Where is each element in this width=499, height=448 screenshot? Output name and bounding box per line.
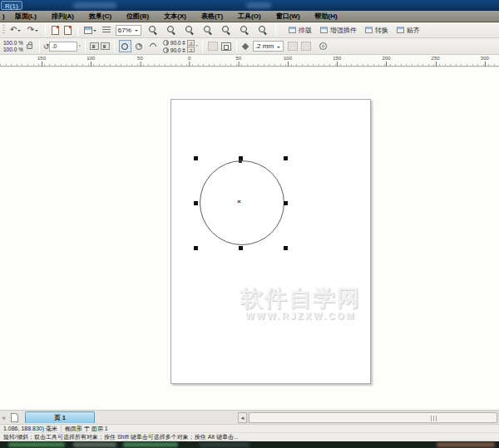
zoom-page-button[interactable] [218,24,235,36]
selection-handle-bottom-center[interactable] [239,246,243,250]
pie-angle-fields: 90.0 90.0 [163,39,181,54]
selection-handle-bottom-right[interactable] [284,246,288,250]
selection-handle-top-right[interactable] [284,156,288,160]
menu-item-partial[interactable]: ) [0,12,7,20]
degree-label: ° [78,44,80,49]
taskbar-item[interactable] [8,442,65,447]
export-button[interactable] [62,25,73,36]
menu-item[interactable]: 窗口(W) [269,12,308,21]
drawing-canvas[interactable]: 软件自学网 WWW.RJZXW.COM × [0,66,499,410]
end-angle-value[interactable]: 90.0 [170,47,181,54]
menu-item[interactable]: 排列(A) [44,12,82,21]
toolbar-text-button[interactable]: 排版 [289,26,312,35]
spinner-up-icon[interactable] [182,47,185,50]
app-launcher-button[interactable] [82,26,99,35]
scrollbar-thumb[interactable] [249,412,497,423]
selection-handle-middle-right[interactable] [284,201,288,205]
end-angle-icon [163,47,169,53]
menu-item[interactable]: 帮助(H) [308,12,345,21]
rotation-angle-input[interactable] [49,42,77,52]
chevron-down-icon[interactable] [35,30,38,33]
pie-mode-button[interactable] [133,40,146,52]
lock-ratio-icon[interactable] [27,44,32,49]
scale-factor-fields[interactable]: 100.0 % 100.0 % [3,40,23,53]
previous-page-arrow-icon[interactable]: ◂ [2,414,5,421]
zoom-out-button[interactable] [163,24,180,36]
toolbar-text-button[interactable]: 增强插件 [320,26,357,35]
ruler-label: 150 [37,56,46,61]
scroll-left-button[interactable]: ◂ [238,412,247,423]
taskbar-item[interactable] [123,442,178,447]
mirror-horizontal-icon[interactable] [90,42,99,50]
menu-item[interactable]: 效果(C) [82,12,119,21]
ellipse-icon [121,43,128,50]
menu-item[interactable]: 表格(T) [194,12,230,21]
zoom-level-value: 67% [118,27,131,34]
selection-handle-bottom-left[interactable] [194,246,198,250]
zoom-page-height-button[interactable] [254,24,271,36]
scale-h-value[interactable]: 100.0 [3,40,17,46]
horizontal-scrollbar[interactable]: ◂ [238,411,499,424]
redo-button[interactable]: ↷ [25,25,40,35]
toolbar-text-button[interactable]: 贴齐 [397,26,420,35]
spinner-up-icon[interactable] [182,39,185,42]
taskbar[interactable] [0,441,499,448]
selected-object-info: 椭圆形 于 图层 1 [62,425,111,433]
arc-mode-button[interactable] [147,40,160,52]
ruler-label: 50 [137,56,143,61]
zoom-all-objects-icon [203,25,213,35]
menu-item[interactable]: 位图(B) [119,12,156,21]
zoom-all-objects-button[interactable] [200,24,216,36]
add-page-icon[interactable] [11,413,18,422]
spinner-down-icon[interactable] [182,51,185,54]
start-angle-icon [163,40,169,46]
toolbar-separator [275,24,276,36]
zoom-selected-button[interactable] [181,24,198,36]
watermark: 软件自学网 WWW.RJZXW.COM [228,286,373,322]
taskbar-item[interactable] [437,442,495,447]
angle-spinners[interactable] [182,39,185,54]
ellipse-top-node[interactable] [239,160,242,163]
zoom-level-combobox[interactable]: 67% [116,25,141,36]
scrollbar-grip[interactable] [431,416,437,421]
menu-item[interactable]: 文本(X) [156,12,194,21]
start-angle-value[interactable]: 90.0 [170,39,181,47]
zoom-page-width-icon [240,25,250,35]
chevron-down-icon[interactable] [277,47,280,50]
chevron-down-icon[interactable] [135,30,138,33]
page-tab-1[interactable]: 页 1 [25,411,95,423]
undo-button[interactable]: ↶ [8,25,23,35]
horizontal-ruler[interactable]: 15010050050100150200250300 [0,55,499,66]
mirror-vertical-icon[interactable] [101,42,110,50]
wireframe-icon[interactable] [319,42,327,50]
scale-v-value[interactable]: 100.0 [3,47,17,52]
title-bar[interactable]: R(1) [0,0,499,11]
taskbar-item[interactable] [200,442,250,447]
counterclockwise-button[interactable]: ± [187,47,195,52]
status-bar-bottom: 旋转/倾斜；双击工具可选择所有对象；按住 Shift 键单击可选择多个对象；按住… [0,432,499,441]
import-button[interactable] [50,25,61,36]
convert-to-curves-icon[interactable] [221,42,231,51]
zoom-page-width-button[interactable] [236,24,253,36]
toolbar-grip[interactable] [2,25,5,35]
outline-width-combobox[interactable]: .2 mm [253,41,284,52]
menu-item[interactable]: 工具(O) [230,12,269,21]
document-page[interactable]: 软件自学网 WWW.RJZXW.COM [170,99,371,384]
window-icon [365,27,373,33]
chevron-down-icon[interactable] [17,30,21,33]
ellipse-mode-button[interactable] [119,40,131,52]
clockwise-button[interactable]: ± [187,40,195,46]
window-icon [289,27,296,33]
zoom-in-button[interactable] [145,24,161,36]
menu-item[interactable]: 版面(L) [7,12,44,21]
taskbar-item[interactable] [73,442,116,447]
ellipse-object[interactable] [200,160,284,245]
chevron-down-icon[interactable] [93,30,96,33]
object-center-mark[interactable]: × [237,199,241,205]
toolbar-text-button[interactable]: 转换 [365,26,388,35]
welcome-screen-button[interactable] [101,26,112,35]
selection-handle-middle-left[interactable] [194,201,198,205]
disabled-button [208,42,218,51]
selection-handle-top-left[interactable] [194,156,198,160]
toolbar-separator [85,41,86,52]
